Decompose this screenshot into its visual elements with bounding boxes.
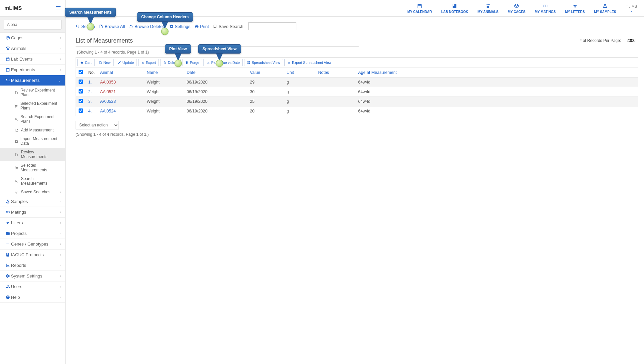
callout-settings: Change Column Headers: [137, 12, 193, 22]
cell-notes: [315, 78, 355, 87]
sidebar-item-animals[interactable]: Animals‹: [0, 43, 65, 54]
sidebar-item-help[interactable]: Help‹: [0, 292, 65, 303]
cell-unit: g: [284, 97, 315, 106]
new-button[interactable]: New: [96, 59, 114, 66]
chevron-icon: ‹: [60, 232, 61, 235]
sidebar-item-projects[interactable]: Projects‹: [0, 228, 65, 239]
table-row: 1.AA 0353Weight06/19/202029g64w4d: [76, 78, 638, 87]
doc-icon: [99, 61, 102, 64]
sidebar-item-label: Cages: [11, 35, 24, 40]
sidebar-item-experiments[interactable]: Experiments‹: [0, 65, 65, 75]
scale-icon: [6, 78, 10, 83]
cell-date: 06/19/2020: [184, 87, 247, 97]
quicknav-my-animals[interactable]: MY ANIMALS: [478, 3, 498, 14]
animal-link[interactable]: AA 0521: [100, 90, 116, 94]
page-title: List of Measurements: [76, 37, 133, 44]
col-name[interactable]: Name: [144, 68, 184, 78]
sidebar-item-users[interactable]: Users‹: [0, 281, 65, 292]
cell-value: 25: [247, 97, 284, 106]
sidebar-item-iacuc-protocols[interactable]: IACUC Protocols‹: [0, 250, 65, 260]
flask-icon: [6, 199, 10, 204]
row-checkbox[interactable]: [79, 99, 83, 103]
save-search-input[interactable]: [248, 22, 296, 30]
col-age[interactable]: Age at Measurement: [355, 68, 638, 78]
bookmark-icon: [213, 24, 217, 29]
animal-link[interactable]: AA 0353: [100, 80, 116, 85]
sidebar-item-label: Animals: [11, 46, 26, 51]
sidebar-sub-review-experiment-plans[interactable]: Review Experiment Plans: [0, 86, 65, 99]
cart-button[interactable]: Cart: [77, 59, 95, 66]
export-button[interactable]: Export: [138, 59, 159, 66]
sidebar-sub-import-measurement-data[interactable]: Import Measurement Data: [0, 134, 65, 148]
cell-age: 64w4d: [355, 106, 638, 116]
select-all-checkbox[interactable]: [79, 70, 83, 74]
col-date[interactable]: Date: [184, 68, 247, 78]
bulk-action-select[interactable]: Select an action: [76, 121, 119, 129]
chevron-icon: ⌄: [58, 79, 61, 82]
cell-notes: [315, 106, 355, 116]
sidebar-item-cages[interactable]: Cages‹: [0, 33, 65, 43]
spreadsheet-button[interactable]: Spreadsheet View: [244, 59, 283, 66]
table-row: 2.AA 0521Weight06/19/202030g64w4d: [76, 87, 638, 97]
col-unit[interactable]: Unit: [284, 68, 315, 78]
sidebar-sub-selected-experiment-plans[interactable]: Selected Experiment Plans: [0, 99, 65, 112]
quicknav-my-matings[interactable]: MY MATINGS: [535, 3, 556, 14]
import-icon: [15, 139, 18, 143]
sidebar-sub-selected-measurements[interactable]: Selected Measurements: [0, 161, 65, 174]
calendar-icon: [6, 57, 10, 61]
chevron-icon: ‹: [60, 264, 61, 267]
animal-link[interactable]: AA 0523: [100, 99, 116, 104]
hamburger-icon[interactable]: ☰: [56, 5, 61, 12]
sidebar-item-matings[interactable]: Matings‹: [0, 207, 65, 218]
sidebar-search-input[interactable]: [4, 20, 62, 30]
row-checkbox[interactable]: [79, 80, 83, 84]
profile-menu[interactable]: mLIMS ⌄: [625, 4, 637, 12]
sidebar-item-litters[interactable]: Litters‹: [0, 218, 65, 228]
sidebar-sub-search-measurements[interactable]: Search Measurements: [0, 174, 65, 188]
sidebar-sub-label: Saved Searches: [21, 190, 50, 194]
col-value[interactable]: Value: [247, 68, 284, 78]
quicknav-label: MY CALENDAR: [407, 10, 432, 14]
sidebar: mLIMS ☰ Cages‹Animals‹Lab Events‹Experim…: [0, 0, 66, 364]
sidebar-item-label: Litters: [11, 220, 23, 225]
print-link[interactable]: Print: [194, 24, 209, 29]
sidebar-sub-add-measurement[interactable]: Add Measurement: [0, 126, 65, 134]
sidebar-item-genes-genotypes[interactable]: Genes / Genotypes‹: [0, 239, 65, 250]
sidebar-item-label: Measurements: [11, 78, 40, 83]
sidebar-sub-saved-searches[interactable]: Saved Searches‹: [0, 188, 65, 196]
calendar-icon: [417, 3, 422, 9]
sidebar-item-measurements[interactable]: Measurements⌄: [0, 75, 65, 86]
col-checkbox[interactable]: [76, 68, 86, 78]
per-page-input[interactable]: [624, 37, 638, 44]
sidebar-sub-search-experiment-plans[interactable]: Search Experiment Plans: [0, 112, 65, 126]
callout-target-icon: [174, 60, 182, 67]
col-animal[interactable]: Animal: [97, 68, 144, 78]
animal-link[interactable]: AA 0524: [100, 109, 116, 113]
clipboard-icon: [6, 68, 10, 72]
cell-name: Weight: [144, 87, 184, 97]
quicknav-lab-notebook[interactable]: LAB NOTEBOOK: [441, 3, 468, 14]
sidebar-item-lab-events[interactable]: Lab Events‹: [0, 54, 65, 65]
quicknav-my-samples[interactable]: MY SAMPLES: [594, 3, 616, 14]
sidebar-sub-label: Review Experiment Plans: [20, 88, 61, 97]
sidebar-item-samples[interactable]: Samples‹: [0, 196, 65, 207]
sidebar-item-reports[interactable]: Reports‹: [0, 260, 65, 271]
export-spreadsheet-button[interactable]: Export Spreadsheet View: [284, 59, 334, 66]
grid-icon: [247, 61, 250, 64]
col-notes[interactable]: Notes: [315, 68, 355, 78]
row-checkbox[interactable]: [79, 89, 83, 93]
row-no: 4.: [86, 106, 97, 116]
sidebar-item-system-settings[interactable]: System Settings‹: [0, 271, 65, 281]
quicknav-my-calendar[interactable]: MY CALENDAR: [407, 3, 432, 14]
row-checkbox[interactable]: [79, 108, 83, 113]
doc-icon: [15, 153, 18, 156]
update-button[interactable]: Update: [115, 59, 137, 66]
chevron-icon: ‹: [60, 36, 61, 40]
matings-icon: [6, 210, 10, 214]
quicknav-my-litters[interactable]: MY LITTERS: [565, 3, 585, 14]
sidebar-sub-review-measurements[interactable]: Review Measurements: [0, 148, 65, 161]
quicknav-my-cages[interactable]: MY CAGES: [508, 3, 525, 14]
book-icon: [452, 3, 457, 9]
sidebar-item-label: IACUC Protocols: [11, 252, 44, 257]
sidebar-item-label: System Settings: [11, 273, 42, 278]
